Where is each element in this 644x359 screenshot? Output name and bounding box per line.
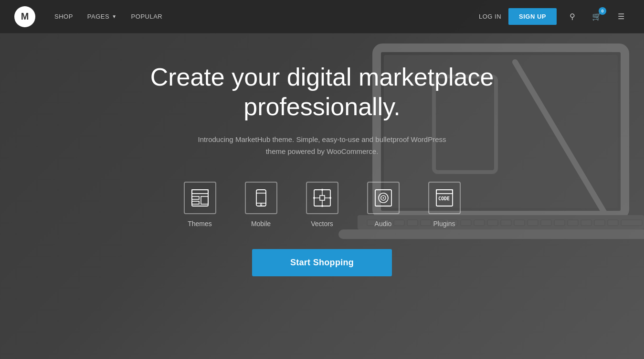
svg-point-43 bbox=[329, 197, 331, 199]
nav-right: LOG IN SIGN UP ⚲ 🛒 0 ☰ bbox=[479, 8, 630, 25]
svg-rect-28 bbox=[192, 190, 208, 194]
plugins-icon-box: CODE bbox=[428, 182, 461, 214]
category-vectors[interactable]: Vectors bbox=[306, 182, 338, 228]
login-button[interactable]: LOG IN bbox=[479, 13, 501, 20]
themes-icon-box bbox=[184, 182, 216, 214]
menu-button[interactable]: ☰ bbox=[612, 8, 630, 25]
plugins-icon: CODE bbox=[435, 189, 454, 207]
svg-point-49 bbox=[382, 197, 384, 198]
audio-icon bbox=[374, 189, 392, 207]
nav-links: SHOP PAGES ▼ POPULAR bbox=[54, 13, 479, 20]
nav-pages[interactable]: PAGES ▼ bbox=[87, 13, 117, 20]
svg-rect-29 bbox=[192, 196, 199, 199]
signup-button[interactable]: SIGN UP bbox=[508, 8, 557, 25]
plugins-label: Plugins bbox=[433, 220, 455, 228]
nav-shop[interactable]: SHOP bbox=[54, 13, 73, 20]
category-themes[interactable]: Themes bbox=[184, 182, 216, 228]
hero-title: Create your digital marketplace professi… bbox=[143, 62, 501, 122]
search-icon: ⚲ bbox=[570, 12, 575, 21]
mobile-label: Mobile bbox=[251, 220, 271, 228]
category-plugins[interactable]: CODE Plugins bbox=[428, 182, 461, 228]
chevron-down-icon: ▼ bbox=[112, 14, 116, 19]
audio-icon-box bbox=[367, 182, 400, 214]
svg-point-45 bbox=[321, 205, 323, 207]
mobile-icon bbox=[252, 189, 270, 207]
hero-subtitle: Introducing MarketHub theme. Simple, eas… bbox=[189, 133, 456, 158]
nav-popular[interactable]: POPULAR bbox=[131, 13, 163, 20]
vectors-icon-box bbox=[306, 182, 338, 214]
navbar: M SHOP PAGES ▼ POPULAR LOG IN SIGN UP ⚲ … bbox=[0, 0, 644, 33]
logo[interactable]: M bbox=[14, 6, 35, 27]
start-shopping-button[interactable]: Start Shopping bbox=[252, 249, 392, 276]
svg-point-44 bbox=[321, 189, 323, 191]
categories-row: Themes Mobile bbox=[184, 182, 461, 228]
svg-rect-32 bbox=[256, 190, 266, 206]
search-button[interactable]: ⚲ bbox=[564, 8, 581, 25]
svg-rect-27 bbox=[192, 190, 208, 206]
hero-section: Create your digital marketplace professi… bbox=[0, 33, 644, 295]
audio-label: Audio bbox=[375, 220, 392, 228]
svg-rect-51 bbox=[436, 190, 453, 194]
svg-text:CODE: CODE bbox=[438, 196, 450, 201]
themes-label: Themes bbox=[188, 220, 212, 228]
vectors-icon bbox=[313, 189, 331, 207]
svg-rect-31 bbox=[201, 196, 208, 204]
vectors-label: Vectors bbox=[311, 220, 333, 228]
svg-point-42 bbox=[313, 197, 315, 199]
category-audio[interactable]: Audio bbox=[367, 182, 400, 228]
category-mobile[interactable]: Mobile bbox=[245, 182, 277, 228]
mobile-icon-box bbox=[245, 182, 277, 214]
svg-rect-37 bbox=[320, 196, 325, 200]
cart-wrapper: 🛒 0 bbox=[588, 8, 605, 25]
svg-point-35 bbox=[260, 204, 262, 205]
cart-badge: 0 bbox=[599, 7, 606, 15]
hamburger-icon: ☰ bbox=[618, 12, 624, 21]
themes-icon bbox=[191, 189, 209, 207]
svg-rect-30 bbox=[192, 201, 199, 204]
